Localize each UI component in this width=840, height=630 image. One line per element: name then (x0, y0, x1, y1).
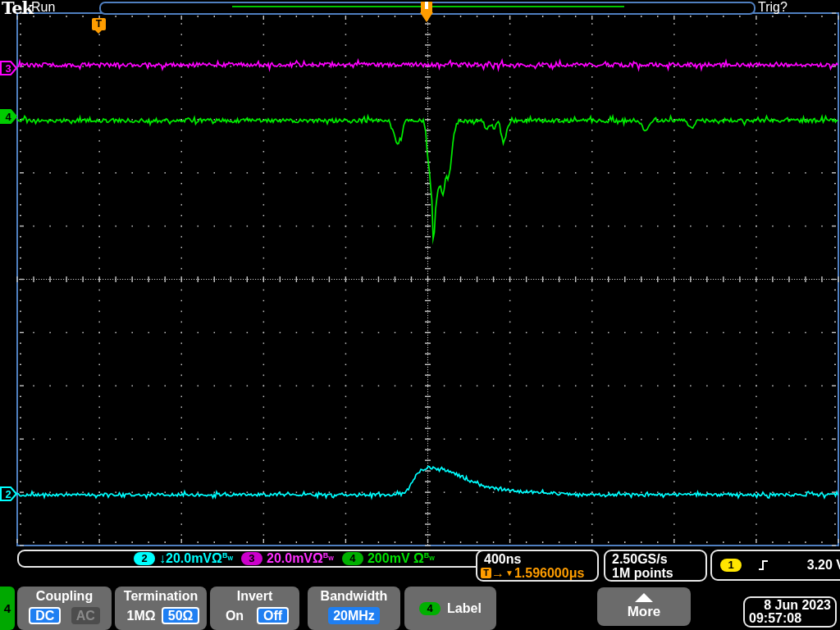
coupling-ac-option[interactable]: AC (71, 607, 100, 624)
invert-off-option[interactable]: Off (257, 607, 289, 624)
trigger-position-arrow-icon (420, 12, 433, 22)
ch2-scale: ↓20.0mVΩBW (159, 551, 233, 566)
more-up-arrow-icon (635, 593, 653, 602)
trigger-level: 3.20 V (807, 558, 840, 573)
delay-readout: T→▼1.596000μs (477, 566, 597, 580)
coupling-title: Coupling (17, 587, 112, 604)
record-length: 1M points (605, 566, 705, 580)
trigger-status: Trig? (758, 0, 788, 15)
more-title: More (628, 604, 661, 620)
trigger-readout: 1 3.20 V (710, 550, 840, 581)
datetime-box: 8 Jun 2023 09:57:08 (743, 596, 837, 628)
termination-1m-option[interactable]: 1MΩ (122, 607, 161, 624)
ch4-badge: 4 (342, 552, 363, 565)
termination-50-option[interactable]: 50Ω (162, 607, 200, 624)
tek-logo: Tek (2, 0, 33, 18)
coupling-button[interactable]: Coupling DC AC (17, 587, 112, 630)
invert-title: Invert (210, 587, 299, 604)
bandwidth-20mhz-option[interactable]: 20MHz (328, 607, 380, 624)
termination-button[interactable]: Termination 1MΩ 50Ω (115, 587, 207, 630)
delay-trigger-chip-icon: T (481, 568, 491, 578)
trigger-source-badge: 1 (720, 559, 742, 572)
date-text: 8 Jun 2023 (745, 599, 835, 612)
timebase-readout: 400ns T→▼1.596000μs (476, 550, 599, 582)
channel-4-marker: 4 (0, 109, 17, 124)
termination-title: Termination (115, 587, 207, 604)
label-channel-badge: 4 (419, 602, 441, 615)
svg-text:2: 2 (6, 488, 11, 500)
expansion-marker-icon: ▼ (505, 566, 514, 580)
svg-text:3: 3 (6, 62, 11, 75)
sample-rate: 2.50GS/s (605, 552, 705, 566)
ch4-scale: 200mV ΩBW (368, 551, 435, 566)
expansion-point-icon (421, 2, 432, 12)
timebase-scale: 400ns (477, 552, 597, 566)
acquisition-status: Run (31, 0, 55, 15)
waveform-display (0, 0, 840, 630)
ch4-readout: 4 200mV ΩBW (342, 551, 435, 566)
ch2-readout: 2 ↓20.0mVΩBW (134, 551, 233, 566)
more-button[interactable]: More (597, 587, 691, 626)
rising-edge-slope-icon (758, 559, 769, 572)
ch3-readout: 3 20.0mVΩBW (241, 551, 334, 566)
invert-button[interactable]: Invert On Off (210, 587, 299, 630)
channel-2-marker: 2 (0, 486, 17, 501)
ch3-scale: 20.0mVΩBW (267, 551, 334, 566)
label-title: Label (447, 601, 482, 616)
time-text: 09:57:08 (745, 612, 835, 625)
bandwidth-title: Bandwidth (308, 587, 400, 604)
channel-4-menu-tab: 4 (0, 587, 15, 630)
invert-on-option[interactable]: On (221, 607, 249, 624)
ch3-badge: 3 (241, 552, 262, 565)
svg-text:4: 4 (6, 111, 12, 123)
bandwidth-button[interactable]: Bandwidth 20MHz (308, 587, 400, 630)
coupling-dc-option[interactable]: DC (29, 607, 61, 624)
label-button[interactable]: 4 Label (404, 587, 496, 630)
trigger-t-badge: T (92, 18, 106, 30)
acquisition-readout: 2.50GS/s 1M points (604, 550, 707, 582)
channel-3-marker: 3 (0, 61, 17, 75)
ch2-badge: 2 (134, 552, 155, 565)
